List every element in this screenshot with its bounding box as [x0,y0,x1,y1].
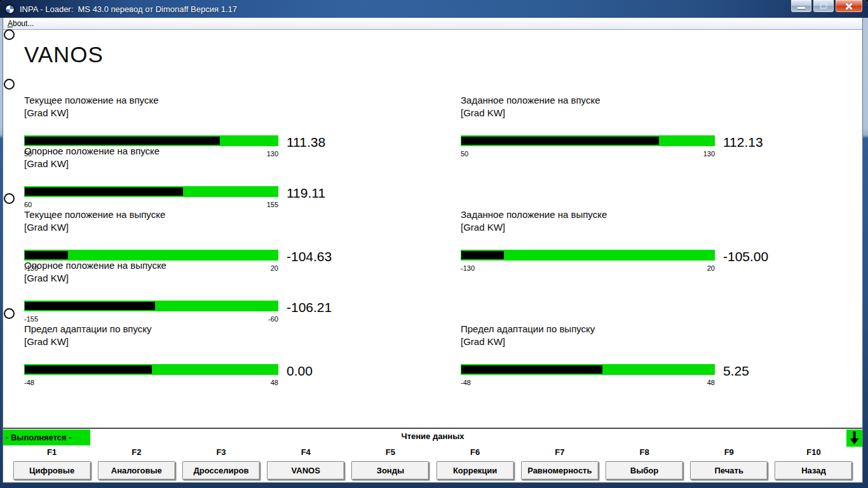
fkey-column: F1 Цифровые [10,445,94,480]
function-key-row: F1 Цифровые F2 Аналоговые F3 Дросселиров… [10,445,856,480]
gauge-bar-fill [25,137,220,145]
gauge-min-label: -48 [461,379,471,386]
gauge-scale: -48 48 [24,379,278,386]
status-separator [3,428,862,429]
gauge-max-label: 20 [707,264,715,272]
gauge-bar-fill [25,187,183,196]
title-bar: INPA - Loader: MS 43.0 перевод от Dimona… [0,0,868,18]
gauge-scale: -130 20 [461,264,715,272]
fkey-column: F5 Зонды [348,445,433,480]
gauge-unit: [Grad KW] [461,336,867,348]
gauge-unit: [Grad KW] [24,221,431,234]
gauge-bar-fill [25,302,155,310]
gauge-bar-fill [25,365,152,374]
fkey-label: F3 [179,445,263,461]
fkey-column: F7 Равномерность [517,445,602,480]
gauge-value: -106.21 [287,301,332,315]
page-title: VANOS [24,42,104,67]
fkey-column: F4 VANOS [264,445,348,480]
gauge-unit: [Grad KW] [24,336,431,348]
fkey-button[interactable]: Дросселиров [182,461,260,480]
gauge-bar [461,250,715,261]
window-controls [790,0,863,13]
gauge-scale: 50 130 [461,150,715,158]
scroll-down-indicator [846,430,862,447]
left-marker-circle [4,29,15,40]
gauge-bar-fill [461,137,659,145]
gauge-value: 5.25 [723,364,749,378]
gauge-scale: 60 155 [24,201,278,208]
close-button[interactable] [835,0,863,13]
gauge-label: Текущее положение на впуске [24,94,431,107]
gauge-bar-fill [461,251,504,259]
close-icon [845,3,853,10]
gauge-label: Заданное положение на выпуске [461,208,867,221]
window-frame: INPA - Loader: MS 43.0 перевод от Dimona… [0,0,868,488]
fkey-column: F8 Выбор [602,445,686,480]
gauge-bar [461,135,715,146]
gauge-value: -105.00 [723,250,768,264]
fkey-column: F3 Дросселиров [179,445,263,480]
left-marker-circle [4,308,15,319]
menu-item-about[interactable]: About... [3,18,38,29]
fkey-column: F10 Назад [771,445,856,480]
gauge-scale: -155 -60 [24,315,278,323]
menu-about-accel: A [8,19,13,28]
fkey-label: F10 [771,445,856,461]
gauge-min-label: 60 [24,201,32,208]
gauge-min-label: -48 [24,379,34,386]
maximize-icon [820,3,827,9]
gauge-label: Предел адаптации по впуску [24,323,431,336]
fkey-label: F4 [264,445,348,461]
fkey-label: F1 [10,445,94,461]
fkey-button[interactable]: VANOS [267,461,344,480]
minimize-button[interactable] [790,0,812,13]
gauge-bar [24,186,278,197]
fkey-button[interactable]: Коррекции [437,461,514,480]
gauge-value: 112.13 [723,135,763,149]
gauge-max-label: 155 [267,201,278,208]
gauge-max-label: 48 [271,379,278,386]
fkey-button[interactable]: Цифровые [13,461,91,480]
fkey-button[interactable]: Назад [775,461,852,480]
gauge-bar-fill [461,365,602,374]
window-title: INPA - Loader: MS 43.0 перевод от Dimona… [20,4,237,14]
gauge-unit: [Grad KW] [461,107,867,119]
left-marker-circle [4,193,15,204]
minimize-icon [797,7,805,9]
gauge: Заданное положение на выпуске [Grad KW] … [461,208,867,272]
fkey-label: F2 [94,445,179,461]
gauge-unit: [Grad KW] [24,107,431,119]
fkey-button[interactable]: Печать [690,461,768,480]
fkey-label: F6 [433,445,517,461]
gauge-bar-fill [25,251,68,259]
menu-about-rest: bout... [13,19,34,28]
bmw-roundel-icon [4,4,15,15]
maximize-button[interactable] [813,0,834,13]
gauge: Предел адаптации по впуску [Grad KW] 0.0… [24,323,431,386]
fkey-button[interactable]: Аналоговые [98,461,175,480]
gauge-min-label: 50 [461,150,468,158]
gauge: Опорное положение на впуске [Grad KW] 11… [24,145,431,208]
gauge-unit: [Grad KW] [24,158,431,170]
gauge-bar [24,364,278,375]
gauge-label: Предел адаптации по выпуску [461,323,867,336]
fkey-label: F8 [602,445,686,461]
gauge-label: Опорное положение на впуске [24,145,431,158]
status-message: Чтение данных [3,431,862,441]
gauge-value: 0.00 [287,364,313,378]
fkey-button[interactable]: Равномерность [521,461,599,480]
gauge-unit: [Grad KW] [24,272,431,285]
left-marker-circle [4,79,15,90]
fkey-button[interactable]: Выбор [606,461,683,480]
down-arrow-icon [850,431,859,445]
gauge-scale: -48 48 [461,379,715,386]
client-area: About... VANOS Текущее положение на впус… [3,18,863,483]
fkey-button[interactable]: Зонды [351,461,429,480]
gauge-label: Опорное положение на выпуске [24,259,431,272]
fkey-label: F5 [348,445,433,461]
gauge-min-label: -130 [461,264,475,272]
gauge: Опорное положение на выпуске [Grad KW] -… [24,259,431,323]
gauge: Заданное положение на впуске [Grad KW] 1… [461,94,867,158]
fkey-column: F6 Коррекции [433,445,517,480]
